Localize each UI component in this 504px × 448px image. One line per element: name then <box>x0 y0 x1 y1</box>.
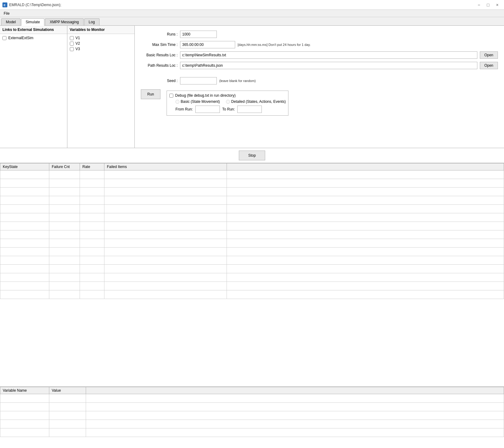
var-checkbox-v2[interactable] <box>70 42 74 46</box>
basic-results-row: Basic Results Loc : Open <box>141 51 498 59</box>
var-label-v1: V1 <box>76 36 80 40</box>
path-results-open-button[interactable]: Open <box>480 62 498 69</box>
from-run-label: From Run: <box>175 107 193 111</box>
table-row <box>0 213 504 222</box>
var-label-v2: V2 <box>76 41 80 46</box>
links-item-0[interactable]: ExternalExtSim <box>2 36 65 40</box>
var-label-v3: V3 <box>76 47 80 51</box>
variables-panel: Variables to Monitor V1 V2 V3 <box>67 26 135 148</box>
tab-bar: Model Simulate XMPP Messaging Log <box>0 17 504 26</box>
path-results-input[interactable] <box>180 62 477 69</box>
debug-checkbox-row: Debug (file debug.txt in run directory) <box>169 93 286 98</box>
detailed-radio[interactable] <box>226 100 230 104</box>
table-row <box>0 282 504 290</box>
window-title: EMRALD (C:\Temp\Demo.json); <box>9 3 61 7</box>
col-value: Value <box>49 387 86 394</box>
debug-checkbox[interactable] <box>169 94 173 98</box>
from-to-row: From Run: To Run: <box>169 106 286 113</box>
links-panel: Links to External Simulations ExternalEx… <box>0 26 67 148</box>
title-bar: E EMRALD (C:\Temp\Demo.json); − □ × <box>0 0 504 10</box>
seed-input[interactable] <box>180 77 217 84</box>
table-row <box>0 290 504 299</box>
left-panels: Links to External Simulations ExternalEx… <box>0 26 135 148</box>
table-row <box>0 248 504 256</box>
run-debug-section: Run Debug (file debug.txt in run directo… <box>141 89 498 116</box>
col-keystate: KeyState <box>0 163 49 170</box>
variables-panel-header: Variables to Monitor <box>67 26 135 34</box>
simulate-panel: Links to External Simulations ExternalEx… <box>0 26 504 148</box>
col-failure-cnt: Failure Cnt <box>49 163 80 170</box>
seed-hint: (leave blank for random) <box>219 79 256 83</box>
run-button[interactable]: Run <box>141 89 160 99</box>
seed-row: Seed : (leave blank for random) <box>141 77 498 84</box>
radio-row: Basic (State Movement) Detailed (States,… <box>169 99 286 104</box>
max-sim-time-row: Max Sim Time : [days.hh:mm:ss.ms] Don't … <box>141 41 498 48</box>
tab-xmpp[interactable]: XMPP Messaging <box>45 18 83 25</box>
basic-results-label: Basic Results Loc : <box>141 53 178 57</box>
var-checkbox-v1[interactable] <box>70 36 74 40</box>
results-table-section: KeyState Failure Cnt Rate Failed Items <box>0 163 504 387</box>
runs-input[interactable] <box>180 31 217 38</box>
max-sim-time-hint: [days.hh:mm:ss.ms] Don't put 24 hours fo… <box>238 43 311 47</box>
table-row <box>0 256 504 265</box>
max-sim-time-input[interactable] <box>180 41 235 48</box>
to-run-label: To Run: <box>222 107 235 111</box>
app-icon: E <box>2 2 7 7</box>
col-extra <box>227 163 504 170</box>
right-panel: Runs : Max Sim Time : [days.hh:mm:ss.ms]… <box>135 26 504 148</box>
detailed-radio-label: Detailed (States, Actions, Events) <box>231 99 286 104</box>
table-row <box>0 170 504 179</box>
col-var-extra <box>86 387 504 394</box>
var-item-v3[interactable]: V3 <box>70 47 132 51</box>
minimize-button[interactable]: − <box>475 2 483 8</box>
maximize-button[interactable]: □ <box>484 2 492 8</box>
table-row <box>0 411 504 420</box>
table-row <box>0 239 504 248</box>
table-row <box>0 265 504 273</box>
menu-bar: File <box>0 10 504 17</box>
from-run-input[interactable] <box>195 106 220 113</box>
var-item-v1[interactable]: V1 <box>70 36 132 40</box>
var-checkbox-v3[interactable] <box>70 47 74 51</box>
detailed-radio-item[interactable]: Detailed (States, Actions, Events) <box>226 99 286 104</box>
seed-label: Seed : <box>141 79 178 83</box>
path-results-label: Path Results Loc : <box>141 63 178 68</box>
title-bar-controls: − □ × <box>475 2 502 8</box>
runs-label: Runs : <box>141 32 178 36</box>
variables-panel-body: V1 V2 V3 <box>67 34 135 148</box>
main-content: Links to External Simulations ExternalEx… <box>0 26 504 448</box>
basic-radio-label: Basic (State Movement) <box>181 99 220 104</box>
basic-radio[interactable] <box>175 100 179 104</box>
basic-results-open-button[interactable]: Open <box>480 51 498 59</box>
path-results-row: Path Results Loc : Open <box>141 62 498 69</box>
basic-radio-item[interactable]: Basic (State Movement) <box>175 99 220 104</box>
tab-model[interactable]: Model <box>1 18 21 25</box>
links-checkbox-0[interactable] <box>2 36 6 40</box>
tab-simulate[interactable]: Simulate <box>21 18 45 26</box>
var-item-v2[interactable]: V2 <box>70 41 132 46</box>
table-row <box>0 230 504 239</box>
close-button[interactable]: × <box>493 2 502 8</box>
links-panel-header: Links to External Simulations <box>0 26 67 34</box>
basic-results-input[interactable] <box>180 51 477 59</box>
table-row <box>0 205 504 213</box>
table-row <box>0 222 504 230</box>
tab-log[interactable]: Log <box>84 18 100 25</box>
menu-file[interactable]: File <box>1 11 12 16</box>
title-bar-left: E EMRALD (C:\Temp\Demo.json); <box>2 2 61 7</box>
col-rate: Rate <box>80 163 104 170</box>
table-row <box>0 196 504 205</box>
table-row <box>0 179 504 188</box>
variable-table: Variable Name Value <box>0 387 504 437</box>
table-row <box>0 428 504 437</box>
debug-section: Debug (file debug.txt in run directory) … <box>167 91 288 116</box>
to-run-input[interactable] <box>237 106 262 113</box>
max-sim-time-label: Max Sim Time : <box>141 43 178 47</box>
col-variable-name: Variable Name <box>0 387 49 394</box>
links-label-0: ExternalExtSim <box>8 36 33 40</box>
stop-button[interactable]: Stop <box>239 151 265 160</box>
svg-text:E: E <box>4 4 6 7</box>
table-row <box>0 273 504 282</box>
table-row <box>0 188 504 196</box>
table-row <box>0 394 504 403</box>
